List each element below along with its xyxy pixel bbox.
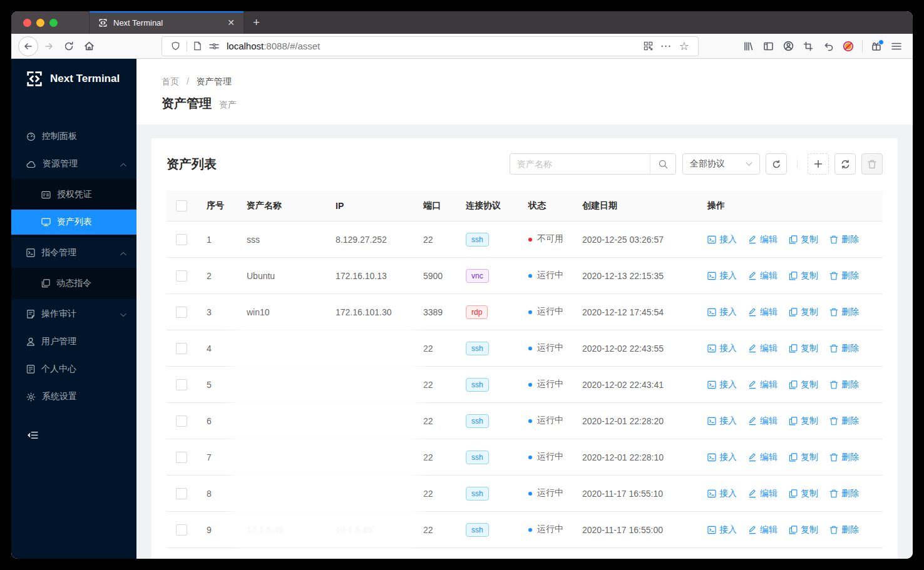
copy-action[interactable]: 复制 [789,379,818,390]
permissions-icon[interactable] [205,42,223,51]
sidebar-item-operation-audit[interactable]: 操作审计 [11,302,136,327]
sidebar-item-system-settings[interactable]: 系统设置 [11,384,136,409]
close-window-button[interactable] [23,19,31,27]
whats-new-gift-icon[interactable] [867,37,886,56]
connect-action[interactable]: 接入 [707,415,737,427]
delete-selected-button[interactable] [861,153,883,175]
delete-action[interactable]: 删除 [829,270,859,282]
menu-icon[interactable] [887,37,906,56]
connect-action[interactable]: 接入 [707,307,737,318]
tab-close-icon[interactable]: ✕ [225,16,237,29]
copy-action[interactable]: 复制 [789,234,818,245]
row-checkbox[interactable] [176,488,187,499]
qr-code-icon[interactable] [640,41,657,51]
account-icon[interactable] [779,37,798,56]
reload-button[interactable] [59,37,78,56]
sidebar-item-resource-mgmt[interactable]: 资源管理 [11,151,136,176]
sidebar-collapse-trigger[interactable] [11,430,136,442]
copy-action[interactable]: 复制 [789,415,818,427]
row-checkbox[interactable] [176,270,187,282]
delete-action[interactable]: 删除 [829,524,859,536]
delete-action[interactable]: 删除 [829,415,859,427]
sidebar-item-command-mgmt[interactable]: 指令管理 [11,240,136,265]
back-button[interactable] [18,36,38,56]
copy-action[interactable]: 复制 [789,488,818,499]
bookmark-star-icon[interactable]: ☆ [675,39,693,53]
zoom-window-button[interactable] [49,19,58,27]
new-tab-button[interactable]: + [244,14,269,31]
row-checkbox[interactable] [176,307,187,318]
edit-action[interactable]: 编辑 [748,488,778,499]
tab-title: Next Terminal [113,18,225,28]
minimize-window-button[interactable] [36,19,44,27]
sidebar-item-dynamic-command[interactable]: 动态指令 [11,271,136,296]
delete-action[interactable]: 删除 [829,379,859,390]
undo-arrow-icon[interactable] [819,37,838,56]
page-info-icon[interactable] [190,41,205,51]
connect-action[interactable]: 接入 [707,343,737,354]
edit-action[interactable]: 编辑 [748,379,778,390]
reset-button[interactable] [766,153,787,175]
delete-action[interactable]: 删除 [829,488,859,499]
select-all-checkbox[interactable] [176,200,187,211]
tracking-shield-icon[interactable] [167,41,184,51]
home-button[interactable] [80,37,98,56]
browser-toolbar: localhost:8088/#/asset ⋯ ☆ [11,34,913,59]
edit-action[interactable]: 编辑 [748,524,778,536]
edit-action[interactable]: 编辑 [748,343,778,354]
sidebar-item-label: 授权凭证 [57,189,126,200]
copy-action[interactable]: 复制 [789,452,818,463]
copy-action[interactable]: 复制 [789,524,818,536]
sidebar-toggle-icon[interactable] [759,37,778,56]
row-checkbox[interactable] [176,234,187,245]
sidebar-item-asset-list[interactable]: 资产列表 [11,210,136,235]
connect-action[interactable]: 接入 [707,234,737,245]
row-checkbox[interactable] [176,415,187,427]
url-bar[interactable]: localhost:8088/#/asset ⋯ ☆ [162,36,699,56]
browser-tab[interactable]: Next Terminal ✕ [89,11,244,34]
connect-action[interactable]: 接入 [707,270,737,282]
connect-action[interactable]: 接入 [707,524,737,536]
copy-action[interactable]: 复制 [789,343,818,354]
connect-action[interactable]: 接入 [707,488,737,499]
copy-action[interactable]: 复制 [789,270,818,282]
delete-action[interactable]: 删除 [829,307,859,318]
edit-action[interactable]: 编辑 [748,234,778,245]
edit-action[interactable]: 编辑 [748,452,778,463]
library-icon[interactable] [739,37,757,56]
breadcrumb-home[interactable]: 首页 [162,76,179,86]
asset-search-input[interactable] [510,154,650,174]
edit-action[interactable]: 编辑 [748,270,778,282]
connect-action[interactable]: 接入 [707,379,737,390]
column-header: 操作 [697,200,883,211]
copy-action[interactable]: 复制 [789,307,818,318]
sidebar-item-user-mgmt[interactable]: 用户管理 [11,329,136,354]
cell-created-date: 2020-12-13 22:15:35 [572,271,697,281]
forward-button[interactable] [39,37,58,56]
sidebar-item-credentials[interactable]: 授权凭证 [11,182,136,207]
chevron-down-icon [746,162,752,166]
delete-action[interactable]: 删除 [829,343,859,354]
blocked-extension-icon[interactable] [839,37,858,56]
search-button[interactable] [650,154,675,174]
cell-index: 8 [197,489,237,499]
screenshot-icon[interactable] [799,37,818,56]
idcard-icon [41,191,51,199]
connect-action[interactable]: 接入 [707,452,737,463]
page-actions-icon[interactable]: ⋯ [657,39,675,53]
delete-action[interactable]: 删除 [829,234,859,245]
add-asset-button[interactable] [808,153,829,175]
sidebar-item-control-panel[interactable]: 控制面板 [11,124,136,149]
row-checkbox[interactable] [176,524,187,536]
row-checkbox[interactable] [176,452,187,463]
protocol-filter-select[interactable]: 全部协议 [682,153,760,175]
delete-action[interactable]: 删除 [829,452,859,463]
app-logo[interactable]: Next Terminal [11,59,136,99]
refresh-button[interactable] [834,153,856,175]
edit-action[interactable]: 编辑 [748,307,778,318]
sidebar-item-personal-center[interactable]: 个人中心 [11,357,136,382]
page-subtitle: 资产 [219,99,237,111]
row-checkbox[interactable] [176,379,187,390]
row-checkbox[interactable] [176,343,187,354]
edit-action[interactable]: 编辑 [748,415,778,427]
